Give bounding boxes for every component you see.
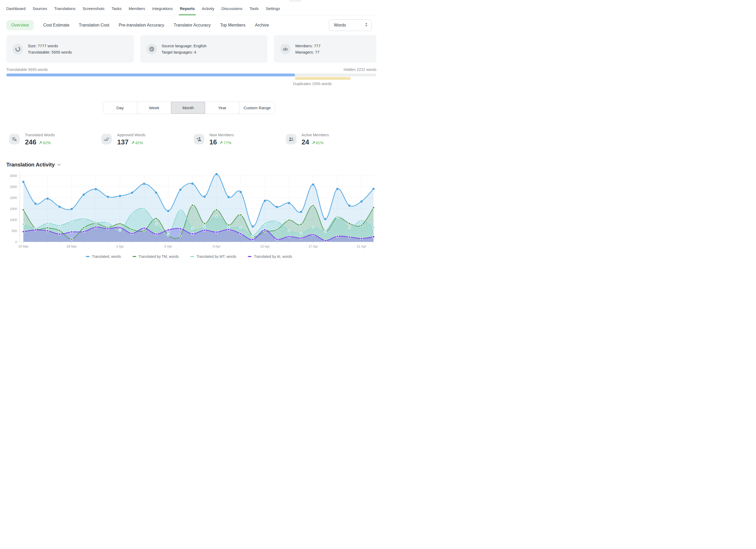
legend-item[interactable]: Translated by AI, words [248, 254, 292, 259]
range-tab-day[interactable]: Day [103, 102, 137, 114]
legend-label: Translated by TM, words [139, 254, 179, 259]
unit-select-value: Words [334, 23, 346, 28]
nav-item-screenshots[interactable]: Screenshots [83, 6, 104, 15]
stat-delta: 77% [223, 140, 231, 145]
chevron-down-icon[interactable] [57, 162, 61, 167]
stat-label: Active Members [302, 133, 329, 137]
tab-translation-cost[interactable]: Translation Cost [79, 23, 109, 28]
legend-label: Translated by AI, words [254, 254, 292, 259]
trend-up-icon [39, 141, 42, 144]
svg-text:2000: 2000 [10, 196, 17, 200]
globe-icon [146, 44, 157, 54]
hidden-label: Hidden 2222 words [344, 67, 376, 72]
legend-marker-icon [248, 256, 251, 257]
size-card: Size: 7777 words Translatable: 5555 word… [6, 35, 134, 63]
range-tab-week[interactable]: Week [137, 102, 171, 114]
tab-top-members[interactable]: Top Members [220, 23, 245, 28]
stat-delta: 81% [316, 140, 324, 145]
people-group-icon [280, 44, 291, 54]
legend-item[interactable]: Translated, words [86, 254, 121, 259]
translation-activity-chart: 05001000150020002500300024 Mar28 Mar1 Ap… [0, 169, 378, 259]
svg-text:3000: 3000 [10, 174, 17, 178]
stat-cards: Translated Words 246 62% Approved Words … [0, 114, 378, 146]
target-languages-line: Target languages: 4 [162, 49, 207, 55]
range-tab-year[interactable]: Year [205, 102, 239, 114]
person-add-icon [194, 134, 204, 144]
source-language-line: Source language: English [162, 43, 207, 49]
svg-text:5 Apr: 5 Apr [164, 245, 172, 248]
words-breakdown: Translatable 5555 words Hidden 2222 word… [0, 63, 378, 86]
translatable-progress-fill [6, 74, 295, 76]
stat-value: 246 [25, 138, 36, 146]
svg-text:1 Apr: 1 Apr [116, 245, 124, 248]
reports-page: Dashboard Sources Translations Screensho… [0, 0, 378, 275]
nav-item-tools[interactable]: Tools [249, 6, 259, 15]
nav-item-members[interactable]: Members [129, 6, 145, 15]
date-range-tabs: Day Week Month Year Custom Range [103, 102, 275, 114]
nav-item-integrations[interactable]: Integrations [152, 6, 173, 15]
range-tab-month[interactable]: Month [171, 102, 205, 114]
unit-select[interactable]: Words [329, 19, 372, 31]
translatable-label: Translatable 5555 words [6, 67, 48, 72]
svg-text:17 Apr: 17 Apr [308, 245, 318, 248]
section-title: Translation Activity [6, 161, 55, 168]
legend-marker-icon [190, 256, 194, 257]
tab-overview[interactable]: Overview [6, 20, 34, 30]
translated-words-stat: Translated Words 246 62% [9, 133, 101, 146]
partial-header-element [289, 0, 301, 2]
range-tab-custom[interactable]: Custom Range [239, 102, 275, 114]
nav-item-tasks[interactable]: Tasks [112, 6, 122, 15]
language-card: Source language: English Target language… [140, 35, 268, 63]
svg-text:28 Mar: 28 Mar [67, 245, 77, 248]
top-navigation: Dashboard Sources Translations Screensho… [0, 0, 378, 15]
trend-up-icon [131, 141, 135, 144]
tab-translator-accuracy[interactable]: Translator Accuracy [174, 23, 211, 28]
approved-words-stat: Approved Words 137 42% [101, 133, 193, 146]
svg-text:13 Apr: 13 Apr [260, 245, 270, 248]
svg-text:0: 0 [15, 240, 17, 244]
legend-marker-icon [133, 256, 136, 257]
tab-pretranslation-accuracy[interactable]: Pre-translation Accuracy [119, 23, 164, 28]
people-icon [286, 134, 296, 144]
new-members-stat: New Members 16 77% [194, 133, 286, 146]
nav-item-sources[interactable]: Sources [33, 6, 47, 15]
legend-marker-icon [86, 256, 90, 257]
nav-item-discussions[interactable]: Discussions [221, 6, 242, 15]
words-progress-track [6, 74, 376, 76]
double-check-icon [101, 134, 112, 144]
svg-text:9 Apr: 9 Apr [213, 245, 220, 248]
legend-label: Translated by MT, words [196, 254, 236, 259]
stat-label: Translated Words [25, 133, 55, 137]
stat-value: 137 [117, 138, 128, 146]
chart-legend: Translated, wordsTranslated by TM, words… [0, 254, 378, 259]
select-updown-icon [365, 23, 368, 28]
stat-value: 24 [302, 138, 309, 146]
trend-up-icon [219, 141, 223, 144]
active-members-stat: Active Members 24 81% [286, 133, 378, 146]
duplicates-label: Duplicates 1555 words [293, 82, 376, 86]
legend-item[interactable]: Translated by MT, words [190, 254, 236, 259]
translate-icon [9, 134, 20, 144]
members-card: Members: 777 Managers: 77 [274, 35, 376, 63]
tab-cost-estimate[interactable]: Cost Estimate [43, 23, 70, 28]
svg-text:1000: 1000 [10, 218, 17, 222]
size-line: Size: 7777 words [28, 43, 72, 49]
stat-label: New Members [209, 133, 234, 137]
nav-item-dashboard[interactable]: Dashboard [6, 6, 25, 15]
svg-text:500: 500 [12, 229, 17, 233]
nav-item-settings[interactable]: Settings [266, 6, 280, 15]
svg-text:21 Apr: 21 Apr [357, 245, 366, 248]
legend-item[interactable]: Translated by TM, words [133, 254, 179, 259]
members-line: Members: 777 [295, 43, 321, 49]
duplicates-bar [295, 77, 351, 80]
tab-archive[interactable]: Archive [255, 23, 269, 28]
reports-subnav: Overview Cost Estimate Translation Cost … [0, 15, 378, 31]
project-info-cards: Size: 7777 words Translatable: 5555 word… [0, 31, 378, 63]
trend-up-icon [312, 141, 315, 144]
stat-value: 16 [209, 138, 217, 146]
stat-delta: 42% [135, 140, 143, 145]
nav-item-activity[interactable]: Activity [202, 6, 214, 15]
nav-item-reports[interactable]: Reports [180, 6, 195, 15]
nav-item-translations[interactable]: Translations [54, 6, 75, 15]
stat-delta: 62% [43, 140, 51, 145]
